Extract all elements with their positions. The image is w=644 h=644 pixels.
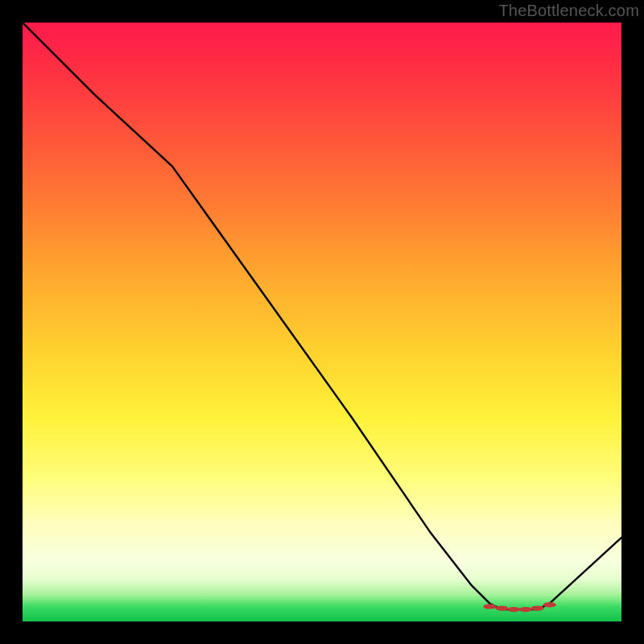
curve-line [23, 23, 621, 609]
optimum-marker [543, 602, 556, 607]
chart-frame: TheBottleneck.com [0, 0, 644, 644]
plot-area [23, 23, 621, 621]
optimum-marker [519, 607, 532, 612]
optimum-markers [483, 602, 555, 612]
chart-svg [23, 23, 621, 621]
optimum-marker [495, 605, 508, 610]
optimum-marker [507, 607, 520, 612]
attribution-text: TheBottleneck.com [498, 2, 639, 20]
optimum-marker [531, 605, 544, 610]
optimum-marker [483, 604, 496, 609]
